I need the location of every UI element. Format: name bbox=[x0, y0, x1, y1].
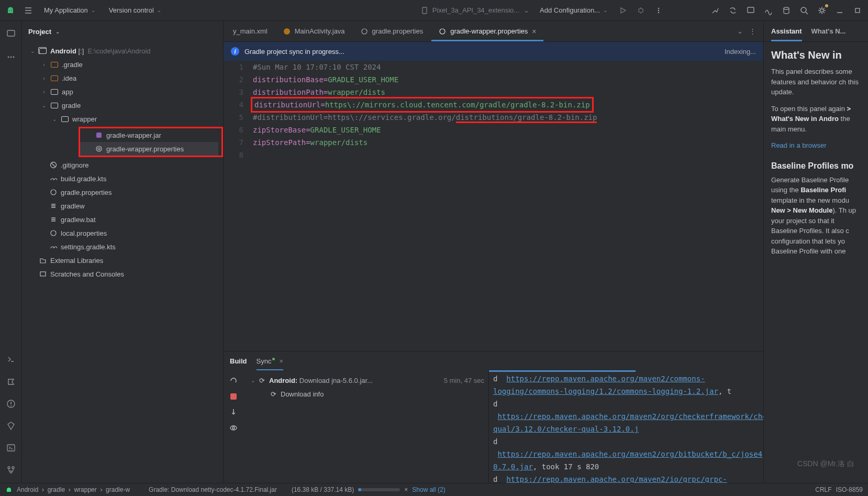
showall-link[interactable]: Show all (2) bbox=[412, 486, 445, 493]
sync-icon[interactable] bbox=[728, 5, 738, 16]
baseline-title: Baseline Profiles mo bbox=[771, 161, 861, 171]
problems-icon[interactable] bbox=[5, 398, 17, 410]
tab-wrapper-props[interactable]: gradle-wrapper.properties× bbox=[431, 21, 543, 41]
android-mini-icon bbox=[5, 486, 13, 493]
device-selector[interactable]: Pixel_3a_API_34_extensio...⌄ bbox=[421, 6, 529, 14]
svg-rect-28 bbox=[40, 272, 46, 276]
whatsnew-tab[interactable]: What's N... bbox=[811, 21, 846, 41]
vcs-tool-icon[interactable] bbox=[5, 464, 17, 476]
vcs-menu[interactable]: Version control⌄ bbox=[106, 4, 164, 16]
svg-rect-34 bbox=[358, 488, 400, 491]
build-tab[interactable]: Build bbox=[230, 351, 247, 370]
whatsnew-title: What's New in bbox=[771, 49, 861, 61]
eye-icon[interactable] bbox=[229, 424, 238, 432]
minimize-icon[interactable] bbox=[834, 5, 845, 16]
rerun-icon[interactable] bbox=[229, 377, 238, 385]
svg-point-10 bbox=[820, 9, 824, 12]
close-icon[interactable]: × bbox=[279, 357, 283, 365]
spinner-icon: ⟳ bbox=[259, 377, 265, 384]
tab-main-xml[interactable]: y_main.xml bbox=[226, 21, 275, 41]
project-header[interactable]: Project⌄ bbox=[22, 21, 223, 42]
svg-point-4 bbox=[658, 7, 660, 9]
terminal-icon[interactable] bbox=[5, 442, 17, 454]
close-icon[interactable]: × bbox=[532, 27, 536, 36]
editor-tabs: y_main.xml MainActivity.java gradle.prop… bbox=[224, 21, 763, 42]
svg-point-14 bbox=[10, 57, 12, 58]
search-icon[interactable] bbox=[799, 5, 809, 16]
more-tools-icon[interactable] bbox=[5, 51, 17, 63]
svg-point-3 bbox=[639, 8, 643, 13]
line-ending[interactable]: CRLF bbox=[815, 486, 831, 493]
build-tool-icon[interactable] bbox=[5, 354, 17, 366]
stop-icon[interactable] bbox=[230, 393, 237, 400]
svg-point-19 bbox=[8, 467, 10, 469]
svg-point-27 bbox=[51, 230, 56, 236]
svg-point-29 bbox=[284, 28, 290, 35]
svg-point-15 bbox=[13, 57, 14, 58]
statusbar: Android › gradle › wrapper › gradle-w Gr… bbox=[0, 483, 868, 496]
tab-list-icon[interactable]: ⌄ bbox=[737, 27, 743, 35]
run-config[interactable]: Add Configuration...⌄ bbox=[537, 4, 610, 16]
svg-rect-11 bbox=[855, 8, 860, 13]
logcat-icon[interactable] bbox=[5, 376, 17, 388]
svg-point-26 bbox=[51, 190, 56, 195]
svg-point-9 bbox=[801, 7, 806, 13]
svg-rect-22 bbox=[96, 133, 102, 138]
baseline-body: Generate Baseline Profile using the Base… bbox=[771, 175, 861, 257]
whatsnew-desc: This panel describes some features and b… bbox=[771, 67, 861, 97]
build-log[interactable]: d https://repo.maven.apache.org/maven2/c… bbox=[488, 370, 763, 483]
breadcrumb[interactable]: Android › gradle › wrapper › gradle-w bbox=[17, 486, 130, 493]
spinner-icon: ⟳ bbox=[271, 390, 276, 398]
run-icon[interactable] bbox=[618, 5, 628, 16]
encoding[interactable]: ISO-8859 bbox=[836, 486, 863, 493]
svg-rect-12 bbox=[7, 30, 15, 36]
main-menu-icon[interactable] bbox=[23, 5, 34, 16]
svg-point-23 bbox=[96, 146, 102, 151]
debug-icon[interactable] bbox=[636, 5, 646, 16]
build-tree[interactable]: ⌄⟳Android: Download jna-5.6.0.jar...5 mi… bbox=[243, 370, 488, 483]
more-icon[interactable] bbox=[653, 5, 664, 16]
svg-point-33 bbox=[232, 427, 235, 429]
tab-more-icon[interactable]: ⋮ bbox=[749, 27, 756, 35]
inspection-icon[interactable] bbox=[5, 420, 17, 432]
svg-point-5 bbox=[658, 9, 660, 11]
settings-icon[interactable] bbox=[817, 5, 827, 16]
progress-bar bbox=[358, 487, 400, 492]
svg-rect-35 bbox=[358, 488, 361, 491]
code-editor[interactable]: 12345678 #Sun Mar 10 17:07:10 CST 2024 d… bbox=[224, 61, 763, 351]
svg-point-30 bbox=[362, 29, 367, 34]
profiler-icon[interactable] bbox=[763, 5, 774, 16]
tab-mainactivity[interactable]: MainActivity.java bbox=[276, 21, 352, 41]
svg-point-13 bbox=[7, 57, 9, 58]
build-icon[interactable] bbox=[710, 5, 720, 16]
tab-gradle-props[interactable]: gradle.properties bbox=[353, 21, 431, 41]
assistant-tab[interactable]: Assistant bbox=[771, 21, 802, 41]
svg-point-8 bbox=[784, 7, 789, 9]
pin-icon[interactable] bbox=[230, 408, 237, 415]
whatsnew-open: To open this panel again > What's New in… bbox=[771, 104, 861, 135]
svg-point-1 bbox=[12, 10, 13, 11]
sync-banner: i Gradle project sync in progress... Ind… bbox=[224, 42, 763, 61]
sync-tab[interactable]: Sync× bbox=[257, 351, 284, 370]
svg-point-17 bbox=[10, 405, 12, 406]
project-tool-icon[interactable] bbox=[5, 27, 17, 39]
read-browser-link[interactable]: Read in a browser bbox=[771, 141, 827, 149]
svg-point-32 bbox=[230, 426, 237, 430]
cancel-task-icon[interactable]: × bbox=[404, 486, 408, 493]
svg-rect-2 bbox=[422, 7, 427, 14]
status-task: Gradle: Download netty-codec-4.1.72.Fina… bbox=[149, 486, 277, 493]
project-menu[interactable]: My Application⌄ bbox=[41, 4, 98, 16]
database-icon[interactable] bbox=[781, 5, 792, 16]
svg-point-24 bbox=[98, 148, 100, 150]
svg-point-31 bbox=[440, 29, 445, 34]
device-manager-icon[interactable] bbox=[745, 5, 756, 16]
svg-rect-7 bbox=[748, 7, 754, 13]
watermark: CSDN @Mr.洛 白 bbox=[797, 459, 854, 469]
project-tree[interactable]: ⌄Android [:] E:\code\java\Android ›.grad… bbox=[22, 42, 223, 483]
info-icon: i bbox=[231, 47, 239, 56]
svg-point-6 bbox=[658, 12, 660, 13]
restore-icon[interactable] bbox=[852, 5, 863, 16]
android-logo-icon bbox=[5, 5, 16, 16]
status-size: (16.38 kB / 337.14 kB) bbox=[292, 486, 354, 493]
svg-point-0 bbox=[9, 10, 10, 11]
